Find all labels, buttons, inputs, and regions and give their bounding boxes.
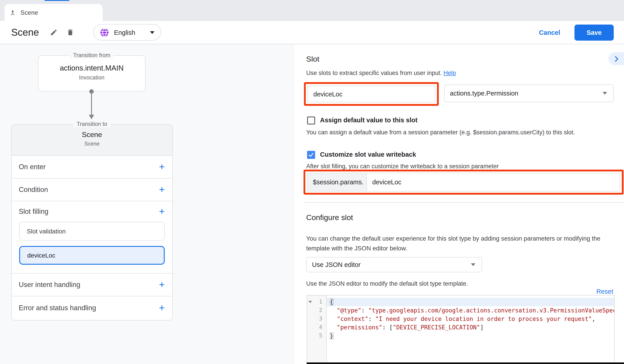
code-token: "@type" bbox=[337, 307, 361, 314]
gutter-line: 2 bbox=[307, 306, 326, 315]
save-button[interactable]: Save bbox=[574, 24, 614, 40]
editor-gutter: 12345 bbox=[307, 295, 327, 364]
section-label: Condition bbox=[19, 186, 48, 194]
line-number: 5 bbox=[307, 332, 326, 340]
section-label: User intent handling bbox=[19, 281, 80, 289]
transition-to-card: Transition to Scene Scene On enter + Con… bbox=[11, 124, 173, 320]
writeback-checkbox[interactable] bbox=[307, 151, 315, 159]
code-token bbox=[330, 307, 337, 314]
gutter-line: 5 bbox=[307, 332, 326, 340]
add-condition-button[interactable]: + bbox=[159, 185, 165, 195]
writeback-label[interactable]: Customize slot value writeback bbox=[320, 151, 416, 158]
slot-type-select[interactable]: actions.type.Permission bbox=[444, 84, 614, 102]
slot-filling-header[interactable]: Slot filling + bbox=[12, 201, 172, 222]
json-editor[interactable]: 12345 { "@type": "type.googleapis.com/go… bbox=[307, 295, 615, 364]
scene-header: Scene English Cancel Save bbox=[0, 21, 624, 44]
intent-subtitle: Invocation bbox=[38, 75, 145, 81]
assign-default-description: You can assign a default value from a se… bbox=[306, 129, 575, 136]
slot-item-label: deviceLoc bbox=[27, 252, 55, 259]
section-divider bbox=[305, 202, 623, 203]
chevron-down-icon bbox=[150, 31, 155, 34]
section-user-intent-handling[interactable]: User intent handling + bbox=[12, 274, 172, 296]
code-token: } bbox=[330, 333, 334, 339]
configure-slot-title: Configure slot bbox=[306, 213, 353, 222]
slot-name-input[interactable]: deviceLoc bbox=[308, 86, 435, 102]
intent-name: actions.intent.MAIN bbox=[38, 64, 145, 72]
scene-flow-canvas: Transition from actions.intent.MAIN Invo… bbox=[0, 44, 295, 364]
gutter-line: 1 bbox=[307, 298, 326, 306]
writeback-description: After slot filling, you can customize th… bbox=[306, 163, 499, 170]
line-number: 2 bbox=[307, 306, 326, 315]
slot-detail-panel: Slot Use slots to extract specific value… bbox=[295, 44, 624, 364]
section-slot-filling: Slot filling + Slot validation deviceLoc bbox=[12, 201, 172, 274]
line-number: 3 bbox=[307, 315, 326, 323]
slot-name-highlight: deviceLoc bbox=[304, 82, 439, 106]
code-token: , bbox=[592, 315, 596, 322]
session-params-prefix: $session.params. bbox=[307, 173, 367, 191]
language-selector[interactable]: English bbox=[94, 24, 161, 41]
merge-arrows-icon bbox=[9, 9, 16, 16]
slot-item-label: Slot validation bbox=[27, 228, 66, 235]
section-error-status-handling[interactable]: Error and status handling + bbox=[12, 296, 172, 319]
connector-line bbox=[91, 93, 92, 115]
code-token: ] bbox=[480, 324, 484, 331]
add-user-intent-button[interactable]: + bbox=[159, 280, 165, 290]
section-on-enter[interactable]: On enter + bbox=[12, 156, 172, 179]
code-token: "I need your device location in order to… bbox=[375, 315, 592, 322]
assign-default-checkbox[interactable] bbox=[307, 116, 315, 125]
tab-label: Scene bbox=[21, 9, 38, 16]
section-label: Slot filling bbox=[19, 208, 49, 216]
tab-scene[interactable]: Scene bbox=[4, 4, 103, 21]
tab-bar: Scene bbox=[0, 0, 624, 21]
code-token: : bbox=[361, 307, 368, 314]
globe-icon bbox=[100, 27, 110, 37]
code-line[interactable]: { bbox=[327, 298, 614, 306]
editor-code-area[interactable]: { "@type": "type.googleapis.com/google.a… bbox=[327, 295, 614, 364]
transition-from-legend: Transition from bbox=[70, 52, 114, 58]
delete-scene-button[interactable] bbox=[66, 28, 74, 36]
reset-link[interactable]: Reset bbox=[596, 288, 613, 295]
gutter-line: 3 bbox=[307, 315, 326, 323]
chevron-down-icon bbox=[471, 263, 475, 266]
code-line[interactable]: "context": "I need your device location … bbox=[327, 315, 614, 323]
collapse-panel-button[interactable] bbox=[608, 52, 624, 65]
add-on-enter-button[interactable]: + bbox=[159, 162, 165, 172]
top-blue-indicator bbox=[45, 0, 69, 1]
editor-mode-select[interactable]: Use JSON editor bbox=[306, 257, 482, 272]
assign-default-label[interactable]: Assign default value to this slot bbox=[320, 116, 417, 124]
code-token: { bbox=[330, 299, 334, 305]
editor-bottom-scrollbar[interactable] bbox=[307, 363, 624, 364]
code-token: "permissions" bbox=[337, 324, 382, 331]
code-token: : [ bbox=[382, 324, 393, 331]
actions-console-app: Scene Scene English Cancel Save bbox=[0, 0, 624, 364]
json-editor-hint: Use the JSON editor to modify the defaul… bbox=[306, 280, 468, 287]
scene-card-header[interactable]: Scene Scene bbox=[12, 125, 172, 156]
add-error-handling-button[interactable]: + bbox=[159, 303, 165, 313]
code-token bbox=[330, 315, 337, 322]
configure-slot-description: You can change the default user experien… bbox=[306, 234, 621, 253]
code-token: "DEVICE_PRECISE_LOCATION" bbox=[393, 324, 480, 331]
page-title: Scene bbox=[11, 26, 39, 38]
slot-item-validation[interactable]: Slot validation bbox=[19, 222, 165, 241]
scene-card-subtitle: Scene bbox=[12, 141, 172, 147]
fold-arrow-icon[interactable] bbox=[309, 301, 312, 303]
section-condition[interactable]: Condition + bbox=[12, 179, 172, 201]
help-link[interactable]: Help bbox=[443, 70, 456, 76]
cancel-button[interactable]: Cancel bbox=[539, 29, 560, 36]
intro-text: Use slots to extract specific values fro… bbox=[306, 70, 442, 76]
code-line[interactable]: } bbox=[327, 332, 614, 340]
chevron-down-icon bbox=[602, 92, 607, 95]
panel-intro: Use slots to extract specific values fro… bbox=[306, 70, 456, 76]
writeback-param-input[interactable]: deviceLoc bbox=[367, 173, 620, 191]
add-slot-button[interactable]: + bbox=[159, 207, 165, 216]
transition-from-card[interactable]: Transition from actions.intent.MAIN Invo… bbox=[38, 55, 146, 92]
editor-mode-value: Use JSON editor bbox=[312, 261, 361, 268]
slot-item-deviceloc[interactable]: deviceLoc bbox=[19, 246, 165, 265]
edit-scene-button[interactable] bbox=[50, 28, 58, 36]
line-number: 4 bbox=[307, 323, 326, 332]
chevron-right-icon bbox=[612, 55, 621, 63]
code-token bbox=[330, 324, 337, 331]
code-line[interactable]: "@type": "type.googleapis.com/google.act… bbox=[327, 306, 614, 315]
writeback-highlight: $session.params. deviceLoc bbox=[304, 170, 624, 195]
code-line[interactable]: "permissions": ["DEVICE_PRECISE_LOCATION… bbox=[327, 323, 614, 332]
